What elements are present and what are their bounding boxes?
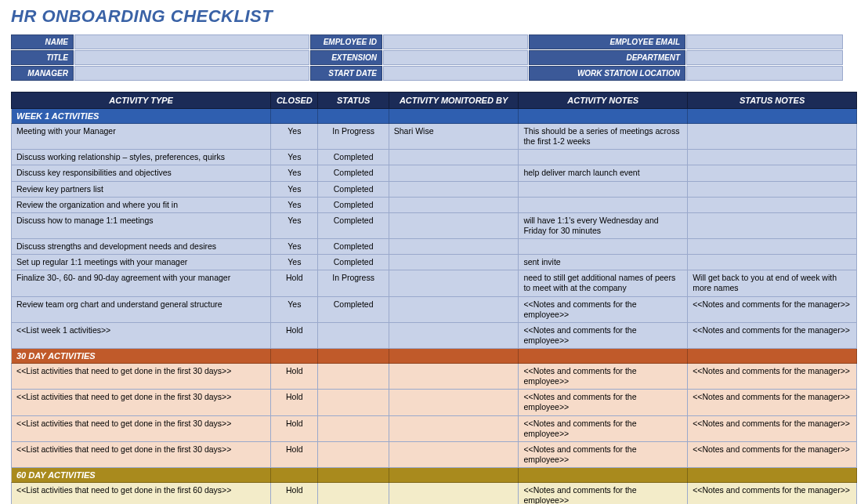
cell-notes2[interactable]: <<Notes and comments for the manager>> [688, 415, 857, 441]
cell-activity[interactable]: <<List activities that need to get done … [12, 364, 271, 390]
cell-closed[interactable]: Hold [271, 322, 318, 348]
cell-activity[interactable]: Discuss strengths and development needs … [12, 239, 271, 255]
cell-activity[interactable]: <<List activities that need to get done … [12, 415, 271, 441]
info-value[interactable] [383, 50, 528, 65]
cell-status[interactable]: Completed [318, 212, 389, 238]
cell-monitor[interactable] [389, 255, 519, 270]
cell-status[interactable] [318, 364, 389, 390]
cell-notes2[interactable] [688, 150, 857, 165]
cell-notes2[interactable]: <<Notes and comments for the manager>> [688, 483, 857, 505]
cell-notes1[interactable]: sent invite [519, 255, 688, 270]
info-value[interactable] [686, 66, 843, 81]
cell-closed[interactable]: Yes [271, 239, 318, 255]
cell-monitor[interactable] [389, 165, 519, 181]
cell-notes2[interactable] [688, 239, 857, 255]
cell-notes1[interactable]: <<Notes and comments for the employee>> [519, 441, 688, 467]
cell-monitor[interactable] [389, 441, 519, 467]
cell-status[interactable]: Completed [318, 181, 389, 197]
cell-status[interactable]: In Progress [318, 270, 389, 296]
cell-activity[interactable]: <<List activities that need to get done … [12, 390, 271, 415]
cell-notes1[interactable]: <<Notes and comments for the employee>> [519, 364, 688, 390]
cell-activity[interactable]: Set up regular 1:1 meetings with your ma… [12, 255, 271, 270]
cell-activity[interactable]: <<List activities that need to get done … [12, 441, 271, 467]
cell-activity[interactable]: Meeting with your Manager [12, 124, 271, 150]
info-value[interactable] [74, 50, 309, 65]
cell-monitor[interactable] [389, 483, 519, 505]
cell-activity[interactable]: Discuss how to manage 1:1 meetings [12, 212, 271, 238]
cell-status[interactable]: Completed [318, 239, 389, 255]
cell-notes2[interactable] [688, 212, 857, 238]
cell-activity[interactable]: Discuss working relationship – styles, p… [12, 150, 271, 165]
cell-notes1[interactable]: <<Notes and comments for the employee>> [519, 415, 688, 441]
cell-status[interactable] [318, 441, 389, 467]
cell-notes2[interactable]: <<Notes and comments for the manager>> [688, 296, 857, 322]
cell-activity[interactable]: Review key partners list [12, 181, 271, 197]
cell-closed[interactable]: Yes [271, 296, 318, 322]
cell-notes1[interactable]: <<Notes and comments for the employee>> [519, 322, 688, 348]
cell-monitor[interactable] [389, 150, 519, 165]
cell-status[interactable]: Completed [318, 296, 389, 322]
info-value[interactable] [383, 66, 528, 81]
cell-notes1[interactable] [519, 239, 688, 255]
cell-notes1[interactable]: help deliver march launch event [519, 165, 688, 181]
info-value[interactable] [74, 34, 309, 49]
cell-status[interactable] [318, 390, 389, 415]
cell-monitor[interactable] [389, 296, 519, 322]
cell-monitor[interactable]: Shari Wise [389, 124, 519, 150]
cell-notes1[interactable] [519, 197, 688, 212]
info-value[interactable] [686, 50, 843, 65]
cell-notes1[interactable]: <<Notes and comments for the employee>> [519, 483, 688, 505]
info-value[interactable] [383, 34, 528, 49]
cell-notes2[interactable]: <<Notes and comments for the manager>> [688, 364, 857, 390]
cell-activity[interactable]: Discuss key responsibilities and objecti… [12, 165, 271, 181]
cell-closed[interactable]: Yes [271, 124, 318, 150]
cell-activity[interactable]: Review team org chart and understand gen… [12, 296, 271, 322]
cell-monitor[interactable] [389, 181, 519, 197]
cell-closed[interactable]: Yes [271, 181, 318, 197]
cell-monitor[interactable] [389, 364, 519, 390]
cell-monitor[interactable] [389, 415, 519, 441]
cell-monitor[interactable] [389, 322, 519, 348]
cell-notes2[interactable]: <<Notes and comments for the manager>> [688, 390, 857, 415]
cell-closed[interactable]: Yes [271, 197, 318, 212]
cell-status[interactable]: Completed [318, 255, 389, 270]
cell-closed[interactable]: Yes [271, 150, 318, 165]
cell-status[interactable] [318, 483, 389, 505]
cell-closed[interactable]: Hold [271, 270, 318, 296]
cell-notes2[interactable] [688, 255, 857, 270]
cell-notes1[interactable]: This should be a series of meetings acro… [519, 124, 688, 150]
cell-monitor[interactable] [389, 270, 519, 296]
cell-monitor[interactable] [389, 390, 519, 415]
cell-closed[interactable]: Hold [271, 364, 318, 390]
cell-closed[interactable]: Hold [271, 415, 318, 441]
cell-closed[interactable]: Yes [271, 212, 318, 238]
cell-status[interactable] [318, 322, 389, 348]
cell-closed[interactable]: Yes [271, 255, 318, 270]
cell-closed[interactable]: Yes [271, 165, 318, 181]
cell-status[interactable] [318, 415, 389, 441]
cell-status[interactable]: Completed [318, 197, 389, 212]
cell-notes1[interactable]: <<Notes and comments for the employee>> [519, 390, 688, 415]
cell-status[interactable]: Completed [318, 150, 389, 165]
cell-closed[interactable]: Hold [271, 441, 318, 467]
cell-notes1[interactable]: will have 1:1's every Wednesday and Frid… [519, 212, 688, 238]
cell-notes1[interactable]: <<Notes and comments for the employee>> [519, 296, 688, 322]
cell-notes2[interactable] [688, 197, 857, 212]
info-value[interactable] [74, 66, 309, 81]
cell-notes2[interactable]: <<Notes and comments for the manager>> [688, 441, 857, 467]
cell-notes2[interactable] [688, 165, 857, 181]
cell-notes2[interactable]: Will get back to you at end of week with… [688, 270, 857, 296]
cell-closed[interactable]: Hold [271, 483, 318, 505]
cell-monitor[interactable] [389, 239, 519, 255]
cell-activity[interactable]: Review the organization and where you fi… [12, 197, 271, 212]
cell-notes1[interactable] [519, 181, 688, 197]
cell-notes2[interactable] [688, 124, 857, 150]
cell-activity[interactable]: <<List week 1 activities>> [12, 322, 271, 348]
cell-monitor[interactable] [389, 212, 519, 238]
cell-notes2[interactable]: <<Notes and comments for the manager>> [688, 322, 857, 348]
cell-activity[interactable]: Finalize 30-, 60- and 90-day agreement w… [12, 270, 271, 296]
cell-status[interactable]: In Progress [318, 124, 389, 150]
cell-monitor[interactable] [389, 197, 519, 212]
cell-activity[interactable]: <<List activities that need to get done … [12, 483, 271, 505]
cell-notes1[interactable]: need to still get additional names of pe… [519, 270, 688, 296]
